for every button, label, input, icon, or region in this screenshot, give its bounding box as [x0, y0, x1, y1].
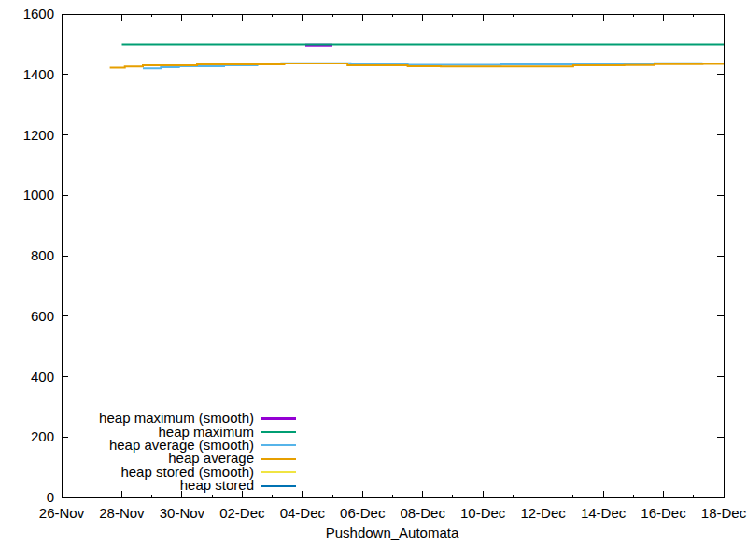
y-tick-label: 600	[7, 309, 54, 324]
legend-swatch	[261, 444, 296, 446]
y-tick-label: 1200	[7, 128, 54, 143]
chart-title: Pushdown_Automata	[252, 525, 532, 540]
x-tick-label: 28-Nov	[89, 506, 154, 521]
y-tick-label: 1600	[7, 7, 54, 21]
x-tick-label: 30-Nov	[149, 506, 215, 521]
y-tick-label: 1400	[7, 67, 54, 82]
legend-swatch	[261, 485, 296, 487]
legend-swatch	[261, 471, 296, 473]
x-tick-label: 12-Dec	[511, 506, 576, 521]
x-tick-label: 14-Dec	[571, 506, 636, 521]
legend-swatch	[261, 417, 296, 420]
y-tick-label: 400	[7, 370, 54, 385]
legend-swatch	[261, 458, 296, 460]
x-tick-label: 18-Dec	[691, 506, 747, 521]
y-tick-label: 800	[7, 248, 54, 263]
x-tick-label: 06-Dec	[330, 506, 395, 521]
y-tick-label: 1000	[7, 188, 54, 203]
x-tick-label: 26-Nov	[29, 506, 94, 521]
x-tick-label: 08-Dec	[390, 506, 456, 521]
legend-item-heap-stored-smooth: heap stored (smooth)	[28, 466, 296, 480]
legend-label: heap stored	[28, 479, 254, 493]
legend-item-heap-average-smooth: heap average (smooth)	[28, 439, 296, 453]
x-tick-label: 02-Dec	[209, 506, 275, 521]
x-tick-label: 16-Dec	[631, 506, 697, 521]
x-tick-label: 10-Dec	[450, 506, 515, 521]
x-tick-label: 04-Dec	[270, 506, 335, 521]
legend-swatch	[261, 431, 296, 433]
legend-item-heap-stored: heap stored	[28, 479, 296, 493]
memory-usage-chart: 26-Nov28-Nov30-Nov02-Dec04-Dec06-Dec08-D…	[0, 0, 747, 560]
